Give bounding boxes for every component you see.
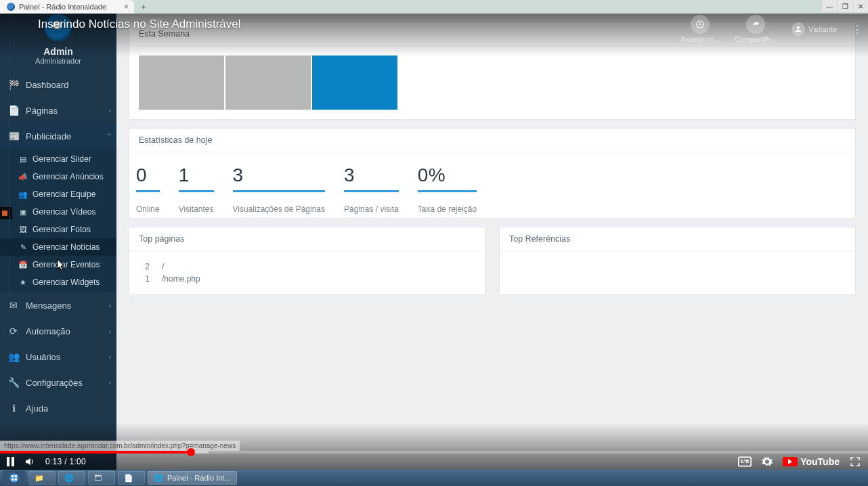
subitem-label: Gerenciar Widgets [32,278,100,287]
chevron-left-icon: ‹ [109,328,111,335]
tab-favicon-icon [7,3,15,11]
window-minimize-icon[interactable]: — [822,0,837,12]
subitem-widgets[interactable]: ★Gerenciar Widgets [0,273,116,291]
panel-title: Top páginas [129,227,485,251]
new-tab-button[interactable]: + [141,1,146,12]
week-block [225,56,311,110]
subitem-label: Gerenciar Notícias [32,242,100,252]
sidebar: Admin Administrador 🏁 Dashboard 📄 Página… [0,14,116,470]
sidebar-item-paginas[interactable]: 📄 Páginas ‹ [0,97,116,123]
pause-button[interactable] [7,457,14,466]
stat-value: 0% [418,164,477,186]
taskbar-item[interactable]: 🌐Painel - Rádio Int... [148,471,237,485]
stat-underline [179,190,214,192]
taskbar-item[interactable]: 📁 [28,471,56,485]
subitem-videos[interactable]: ▣Gerenciar Vídeos [0,203,116,221]
taskbar-label: Painel - Rádio Int... [167,474,231,482]
person-icon [791,22,805,36]
video-player[interactable]: Admin Administrador 🏁 Dashboard 📄 Página… [0,14,868,470]
subitem-eventos[interactable]: 📅Gerenciar Eventos [0,256,116,273]
taskbar-app-icon: 🗔 [94,474,102,482]
sidebar-item-dashboard[interactable]: 🏁 Dashboard [0,72,116,97]
page-count: 1 [142,274,150,284]
top-pages-list: 2/1/home.php [129,251,485,294]
start-button[interactable] [3,470,26,485]
stat-item: 1Visitantes [179,164,214,214]
sidebar-item-label: Páginas [26,106,58,116]
subitem-noticias[interactable]: ✎Gerenciar Notícias [0,238,116,256]
sidebar-item-label: Mensagens [26,301,71,311]
subtitles-button[interactable] [738,456,752,467]
video-controls: 0:13 / 1:00 YouTube [0,454,868,470]
watch-later-button[interactable]: Assistir m... [681,15,720,43]
stat-underline [233,190,326,192]
chevron-left-icon: ‹ [109,353,111,361]
sidebar-item-label: Publicidade [26,131,71,141]
stat-value: 1 [179,164,214,186]
stat-item: 0Online [136,164,160,214]
sidebar-nav: 🏁 Dashboard 📄 Páginas ‹ 📰 Publicidade ˅ [0,72,116,149]
week-chart [139,56,846,110]
taskbar-item[interactable]: 📄 [118,471,145,485]
subitem-fotos[interactable]: 🖼Gerenciar Fotos [0,221,116,238]
video-top-actions: Assistir m... Compartilh... Visitante ⋮ [681,15,863,43]
visitor-profile[interactable]: Visitante [791,22,837,36]
svg-rect-2 [739,457,751,466]
chevron-left-icon: ‹ [109,379,111,386]
share-button[interactable]: Compartilh... [735,15,777,43]
page-path: /home.php [162,274,200,284]
watch-later-label: Assistir m... [681,35,720,43]
sidebar-item-publicidade[interactable]: 📰 Publicidade ˅ [0,123,116,149]
star-icon: ★ [18,278,28,287]
admin-panel: Admin Administrador 🏁 Dashboard 📄 Página… [0,14,868,470]
panel-today-stats: Estatísticas de hoje 0Online1Visitantes3… [129,128,856,219]
top-refs-empty [500,251,855,270]
share-label: Compartilh... [735,35,777,43]
sidebar-item-automacao[interactable]: ⟳ Automação ‹ [0,318,116,344]
browser-tab[interactable]: Painel - Rádio Intensidade × [0,0,134,14]
panel-top-pages: Top páginas 2/1/home.php [129,227,485,295]
page-path: / [162,262,164,271]
taskbar-app-icon: 📄 [124,474,133,483]
more-menu-icon[interactable]: ⋮ [852,23,863,36]
stat-value: 3 [233,164,326,186]
users-icon: 👥 [7,351,20,362]
mail-icon: ✉ [7,300,20,311]
svg-point-3 [9,473,18,482]
taskbar-item[interactable]: 🗔 [88,471,115,485]
bullhorn-icon: 📣 [18,173,28,181]
gauge-icon: 🏁 [7,79,20,90]
subitem-label: Gerenciar Vídeos [32,207,95,217]
tab-title: Painel - Rádio Intensidade [19,3,106,11]
fullscreen-button[interactable] [849,456,861,468]
sidebar-item-usuarios[interactable]: 👥 Usuários ‹ [0,344,116,370]
subitem-slider[interactable]: ▤Gerenciar Slider [0,150,116,168]
subitem-equipe[interactable]: 👥Gerenciar Equipe [0,185,116,203]
sidebar-item-configuracoes[interactable]: 🔧 Configurações ‹ [0,370,116,395]
user-name: Admin [0,46,116,57]
taskbar-item[interactable]: 🌐 [58,471,85,485]
tab-close-icon[interactable]: × [124,2,129,12]
volume-button[interactable] [24,456,36,468]
taskbar-app-icon: 📁 [35,474,44,483]
window-controls: — ❐ ✕ [821,0,868,12]
top-page-row: 2/ [139,261,475,273]
settings-button[interactable] [761,456,773,468]
subitem-label: Gerenciar Fotos [32,225,91,234]
window-maximize-icon[interactable]: ❐ [838,0,852,12]
stat-label: Visitantes [179,204,214,214]
edit-icon: ✎ [18,243,28,252]
sidebar-item-label: Ajuda [26,403,48,414]
youtube-label: YouTube [800,456,840,467]
sidebar-item-label: Usuários [26,352,60,362]
youtube-logo-button[interactable]: YouTube [783,456,840,467]
taskbar-app-icon: 🌐 [64,474,74,483]
sidebar-item-mensagens[interactable]: ✉ Mensagens ‹ [0,292,116,318]
subitem-anuncios[interactable]: 📣Gerenciar Anúncios [0,168,116,185]
sidebar-item-ajuda[interactable]: ℹ Ajuda [0,395,116,421]
chevron-left-icon: ‹ [109,302,111,309]
sidebar-item-label: Automação [26,326,70,336]
window-close-icon[interactable]: ✕ [853,0,868,12]
video-title[interactable]: Inserindo Notícias no Site Administrável [38,18,241,31]
sidebar-item-label: Configurações [26,378,83,388]
